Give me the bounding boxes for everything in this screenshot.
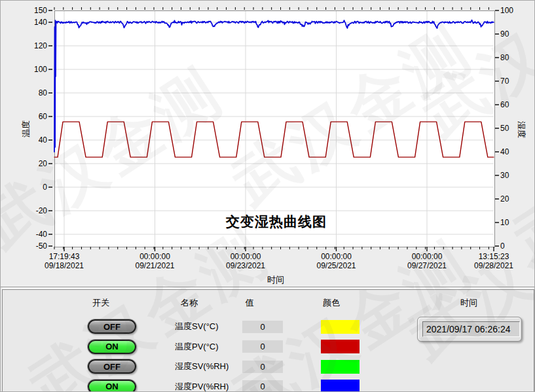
switch-button-off[interactable]: OFF xyxy=(88,319,136,334)
chart-canvas xyxy=(1,1,535,289)
switch-button-on[interactable]: ON xyxy=(88,340,136,354)
y-left-tick-label: 0 xyxy=(25,183,47,192)
x-tick-date: 09/27/2021 xyxy=(396,262,458,271)
y-right-tick-label: 10 xyxy=(500,218,509,227)
time-display-frame: 2021/09/17 06:26:24 xyxy=(417,317,522,342)
x-tick-date: 09/25/2021 xyxy=(305,262,368,271)
y-left-tick-label: 40 xyxy=(25,135,47,145)
x-tick-date: 09/28/2021 xyxy=(462,262,525,271)
x-tick-label: 00:00:0009/21/2021 xyxy=(124,253,187,270)
y-left-tick-label: 140 xyxy=(25,18,47,27)
humidity-pv-line xyxy=(54,20,494,152)
color-swatch xyxy=(321,360,360,374)
y-left-tick-label: -20 xyxy=(25,206,47,215)
y-right-tick-label: 80 xyxy=(500,53,509,62)
y-right-tick-label: 30 xyxy=(500,171,509,180)
x-tick-label: 17:19:4309/18/2021 xyxy=(33,253,96,270)
header-switch: 开关 xyxy=(92,297,109,309)
y-right-tick-label: 40 xyxy=(500,147,509,156)
y-left-tick-label: 100 xyxy=(25,65,47,74)
x-tick-label: 00:00:0009/27/2021 xyxy=(396,253,458,270)
x-tick-time: 00:00:00 xyxy=(305,253,368,262)
value-display: 0 xyxy=(242,340,283,353)
switch-button-on[interactable]: ON xyxy=(88,380,136,392)
control-panel: 开关 名称 值 颜色 时间 OFF温度SV(°C)0ON温度PV(°C)0OFF… xyxy=(2,289,534,392)
y-right-tick-label: 50 xyxy=(500,124,509,133)
x-tick-time: 00:00:00 xyxy=(396,253,458,262)
time-display: 2021/09/17 06:26:24 xyxy=(422,321,520,337)
y-right-tick-label: 0 xyxy=(500,241,505,251)
header-color: 颜色 xyxy=(323,297,340,309)
y-left-tick-label: 20 xyxy=(25,159,47,168)
row-name-label: 温度PV(°C) xyxy=(175,342,219,352)
row-name-label: 温度SV(°C) xyxy=(175,321,219,332)
header-name: 名称 xyxy=(181,297,198,309)
x-tick-label: 13:15:2309/28/2021 xyxy=(462,253,525,270)
temperature-pv-line xyxy=(54,122,494,157)
y-left-tick-label: 150 xyxy=(25,6,47,15)
x-tick-time: 13:15:23 xyxy=(462,253,525,262)
color-swatch xyxy=(321,340,360,353)
y-left-tick-label: 80 xyxy=(25,88,47,98)
value-display: 0 xyxy=(242,361,283,373)
switch-button-off[interactable]: OFF xyxy=(88,359,136,374)
color-swatch xyxy=(321,320,360,334)
value-display: 0 xyxy=(242,380,283,392)
x-tick-label: 00:00:0009/23/2021 xyxy=(214,253,277,270)
header-time: 时间 xyxy=(460,297,477,309)
chart-title: 交变湿热曲线图 xyxy=(226,213,327,231)
y-right-tick-label: 60 xyxy=(500,100,509,109)
x-tick-date: 09/18/2021 xyxy=(33,262,96,271)
y-right-tick-label: 100 xyxy=(500,6,513,15)
x-tick-time: 17:19:43 xyxy=(33,253,96,262)
x-tick-date: 09/21/2021 xyxy=(124,262,187,271)
y-axis-right-title: 湿度 xyxy=(515,121,527,138)
value-display: 0 xyxy=(242,321,283,333)
color-swatch xyxy=(321,380,360,392)
row-name-label: 湿度SV(%RH) xyxy=(175,361,229,372)
y-left-tick-label: -50 xyxy=(25,241,47,251)
y-left-tick-label: -40 xyxy=(25,230,47,239)
header-value: 值 xyxy=(246,297,254,309)
y-right-tick-label: 70 xyxy=(500,77,509,86)
x-tick-date: 09/23/2021 xyxy=(214,262,277,271)
y-right-tick-label: 20 xyxy=(500,194,509,204)
x-tick-label: 00:00:0009/25/2021 xyxy=(305,253,368,270)
y-right-tick-label: 90 xyxy=(500,29,509,39)
y-left-tick-label: 60 xyxy=(25,112,47,121)
row-name-label: 湿度PV(%RH) xyxy=(175,382,229,392)
x-tick-time: 00:00:00 xyxy=(124,253,187,262)
y-left-tick-label: 120 xyxy=(25,41,47,50)
x-axis-title: 时间 xyxy=(267,274,284,286)
x-tick-time: 00:00:00 xyxy=(214,253,277,262)
app-window: 交变湿热曲线图 温度 湿度 时间 150140120100806040200-2… xyxy=(0,0,535,392)
chart-section: 交变湿热曲线图 温度 湿度 时间 150140120100806040200-2… xyxy=(1,1,535,287)
